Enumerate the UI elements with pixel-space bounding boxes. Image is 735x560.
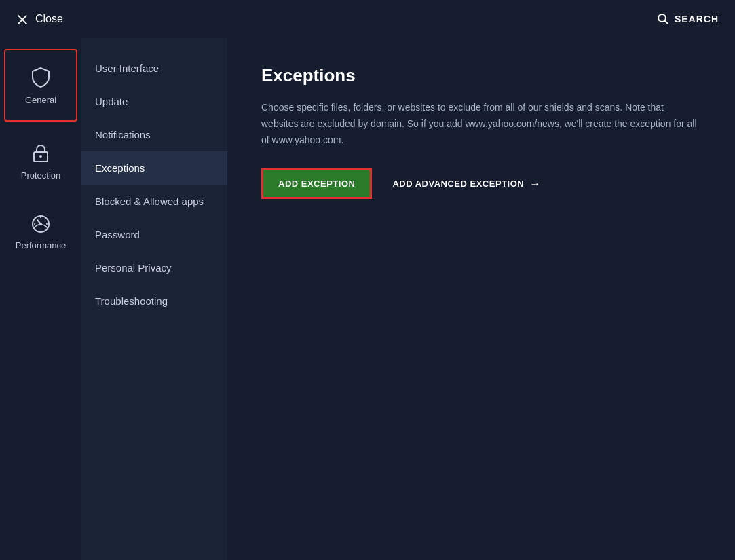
sidebar-item-performance-label: Performance <box>16 240 66 250</box>
nav-item-personal-privacy[interactable]: Personal Privacy <box>81 251 227 284</box>
sidebar-nav: User Interface Update Notifications Exce… <box>81 38 227 560</box>
main-layout: General Protection <box>0 38 735 560</box>
sidebar-item-general[interactable]: General <box>4 49 77 122</box>
content-description: Choose specific files, folders, or websi… <box>261 100 701 148</box>
nav-item-exceptions[interactable]: Exceptions <box>81 151 227 185</box>
add-exception-button[interactable]: ADD EXCEPTION <box>261 168 372 199</box>
sidebar-item-protection[interactable]: Protection <box>0 126 81 195</box>
top-bar: Close SEARCH <box>0 0 735 38</box>
sidebar-item-protection-label: Protection <box>21 170 61 181</box>
arrow-right-icon: → <box>529 178 541 190</box>
add-advanced-label: ADD ADVANCED EXCEPTION <box>392 179 524 189</box>
search-label: SEARCH <box>675 14 719 24</box>
nav-item-update[interactable]: Update <box>81 85 227 118</box>
shield-icon <box>29 65 53 90</box>
add-advanced-exception-button[interactable]: ADD ADVANCED EXCEPTION → <box>392 178 540 190</box>
nav-item-user-interface[interactable]: User Interface <box>81 52 227 85</box>
nav-item-troubleshooting[interactable]: Troubleshooting <box>81 284 227 318</box>
actions-row: ADD EXCEPTION ADD ADVANCED EXCEPTION → <box>261 168 701 199</box>
page-title: Exceptions <box>261 65 701 86</box>
svg-point-3 <box>39 155 42 158</box>
svg-point-6 <box>39 223 42 225</box>
sidebar-item-general-label: General <box>25 95 56 105</box>
svg-line-1 <box>664 21 668 24</box>
sidebar-icons: General Protection <box>0 38 81 560</box>
lock-icon <box>29 141 53 165</box>
close-icon <box>16 13 29 25</box>
nav-item-password[interactable]: Password <box>81 218 227 251</box>
nav-item-blocked-allowed[interactable]: Blocked & Allowed apps <box>81 185 227 218</box>
speedometer-icon <box>29 210 53 235</box>
nav-item-notifications[interactable]: Notifications <box>81 118 227 151</box>
search-button[interactable]: SEARCH <box>657 13 719 25</box>
close-button[interactable]: Close <box>16 13 63 25</box>
content-area: Exceptions Choose specific files, folder… <box>227 38 735 560</box>
search-icon <box>657 13 669 25</box>
close-label: Close <box>35 13 63 25</box>
sidebar-item-performance[interactable]: Performance <box>0 195 81 265</box>
